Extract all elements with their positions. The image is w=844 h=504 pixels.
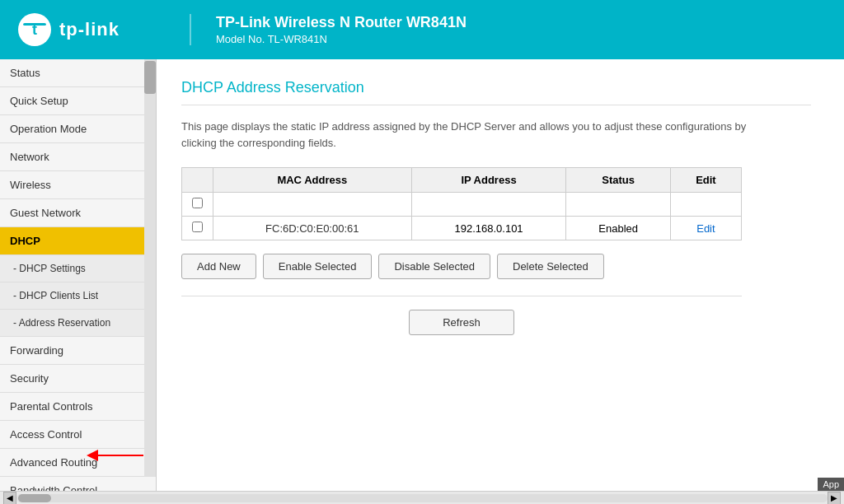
header: t tp-link TP-Link Wireless N Router WR84… [0,0,844,59]
app-badge: App [818,478,844,491]
sidebar-item-guest-network[interactable]: Guest Network [0,199,156,227]
ip-cell-empty [411,193,566,217]
content-divider [181,296,742,296]
edit-cell-1[interactable]: Edit [670,217,741,240]
sidebar-item-network[interactable]: Network [0,143,156,171]
scrollbar-thumb[interactable] [18,494,51,502]
edit-cell-empty [670,193,741,217]
sidebar-item-quick-setup[interactable]: Quick Setup [0,87,156,115]
edit-link-1[interactable]: Edit [696,222,715,235]
table-row-empty [182,193,742,217]
sidebar-item-security[interactable]: Security [0,365,156,393]
enable-selected-button[interactable]: Enable Selected [263,254,373,279]
sidebar-item-dhcp-settings[interactable]: - DHCP Settings [0,255,156,282]
sidebar-item-access-control[interactable]: Access Control [0,421,156,449]
sidebar-item-bandwidth-control[interactable]: Bandwidth Control [0,477,156,491]
sidebar-item-address-reservation[interactable]: - Address Reservation [0,310,156,337]
scroll-arrow-right[interactable]: ▶ [828,492,841,505]
table-header-edit: Edit [670,168,741,193]
scroll-arrow-left[interactable]: ◀ [3,492,16,505]
status-cell-1: Enabled [566,217,670,240]
model-number: Model No. TL-WR841N [216,33,467,45]
logo-text: tp-link [59,19,120,40]
sidebar-item-dhcp-clients[interactable]: - DHCP Clients List [0,282,156,310]
table-header-checkbox [182,168,213,193]
tp-link-logo-icon: t [16,12,53,48]
content-area: DHCP Address Reservation This page displ… [157,59,844,491]
svg-rect-2 [23,23,46,26]
row-checkbox-1[interactable] [192,222,203,232]
page-title: DHCP Address Reservation [181,79,811,105]
refresh-button[interactable]: Refresh [409,310,514,335]
sidebar-scrollbar[interactable] [144,59,156,491]
sidebar-item-advanced-routing[interactable]: Advanced Routing [0,449,156,477]
sidebar-scrollbar-thumb[interactable] [144,61,156,94]
main-layout: Status Quick Setup Operation Mode Networ… [0,59,844,491]
table-row-1: FC:6D:C0:E0:00:61 192.168.0.101 Enabled … [182,217,742,240]
add-new-button[interactable]: Add New [181,254,256,279]
sidebar-item-status[interactable]: Status [0,59,156,87]
scrollbar-track[interactable] [16,494,828,502]
table-header-ip: IP Address [411,168,566,193]
table-header-status: Status [566,168,670,193]
content-inner: DHCP Address Reservation This page displ… [157,59,844,352]
action-buttons: Add New Enable Selected Disable Selected… [181,254,742,279]
refresh-area: Refresh [181,310,742,335]
description-text: This page displays the static IP address… [181,119,758,151]
logo-area: t tp-link [16,12,181,48]
router-name: TP-Link Wireless N Router WR841N [216,14,467,31]
table-header-mac: MAC Address [213,168,412,193]
sidebar-item-parental-controls[interactable]: Parental Controls [0,393,156,421]
status-cell-empty [566,193,670,217]
disable-selected-button[interactable]: Disable Selected [378,254,490,279]
bottom-scrollbar[interactable]: ◀ ▶ [0,491,844,504]
mac-cell-empty [213,193,412,217]
row-checkbox-empty[interactable] [192,198,203,208]
sidebar-item-forwarding[interactable]: Forwarding [0,337,156,365]
delete-selected-button[interactable]: Delete Selected [497,254,604,279]
sidebar-item-wireless[interactable]: Wireless [0,171,156,199]
reservation-table: MAC Address IP Address Status Edit [181,167,742,240]
header-title: TP-Link Wireless N Router WR841N Model N… [190,14,467,45]
mac-cell-1: FC:6D:C0:E0:00:61 [213,217,412,240]
sidebar-item-operation-mode[interactable]: Operation Mode [0,115,156,143]
sidebar: Status Quick Setup Operation Mode Networ… [0,59,157,491]
sidebar-item-dhcp[interactable]: DHCP [0,227,156,255]
ip-cell-1: 192.168.0.101 [411,217,566,240]
